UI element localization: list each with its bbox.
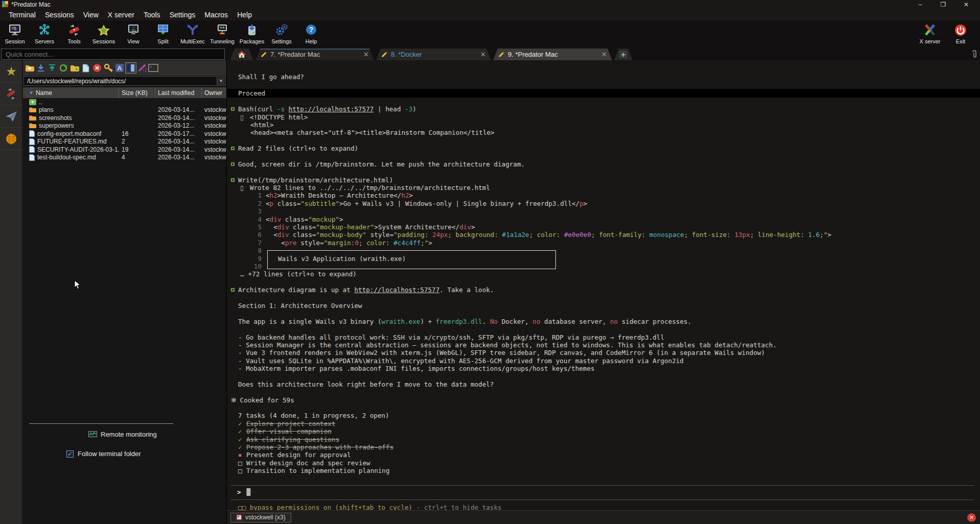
tab-home[interactable]	[230, 49, 253, 60]
status-close-button[interactable]: ✕	[967, 513, 976, 522]
panel-toggle-button[interactable]	[125, 62, 136, 74]
link-url[interactable]: http://localhost:57577	[354, 286, 439, 294]
tab-9-predator-mac-active[interactable]: 9. *Predator Mac ✕	[493, 49, 612, 60]
toolbar-multiexec-label: MultiExec	[180, 38, 205, 44]
tab-close-icon[interactable]: ✕	[363, 51, 369, 58]
folder-up-button[interactable]	[24, 62, 35, 74]
terminal-output: Shall I go ahead? Proceed Bash(curl -s h…	[227, 60, 980, 512]
toolbar-servers-button[interactable]: Servers	[30, 20, 59, 48]
prompt-input-box[interactable]: >█	[231, 485, 974, 500]
code-line: 2<p class="subtitle">Go + Wails v3 | Win…	[227, 200, 980, 207]
path-dropdown-icon[interactable]: ▾	[217, 77, 225, 85]
toolbar-tools-button[interactable]: Tools	[59, 20, 89, 48]
toolbar-sessions-label: Sessions	[92, 38, 115, 44]
toolbar-tools-label: Tools	[67, 38, 81, 44]
new-tab-button[interactable]: +	[614, 49, 633, 60]
column-header-owner[interactable]: Owner	[202, 87, 226, 98]
refresh-button[interactable]	[58, 62, 69, 74]
bullet-line: - Vue 3 frontend renders in WebView2 wit…	[227, 349, 980, 356]
toolbar-xserver-button[interactable]: X server	[915, 20, 945, 44]
toolbar-sessions-button[interactable]: Sessions	[89, 20, 119, 48]
sidebar-tab-strip: ★	[0, 60, 22, 524]
file-icon	[29, 138, 35, 145]
table-row-file[interactable]: test-buildout-spec.md 4 2026-03-14... vs…	[23, 154, 226, 162]
minimize-button[interactable]: –	[912, 0, 929, 9]
menu-view[interactable]: View	[79, 10, 103, 20]
table-row-folder[interactable]: plans 2026-03-14... vstockw	[23, 106, 226, 114]
sidebar-tab-macros[interactable]	[0, 105, 22, 128]
globe-icon	[5, 133, 17, 145]
table-row-file[interactable]: config-export.mobaconf 16 2026-03-17... …	[23, 130, 226, 138]
menu-terminal[interactable]: Terminal	[4, 10, 40, 20]
code-line: 3	[227, 207, 980, 215]
toolbar-view-button[interactable]: View	[119, 20, 148, 48]
toolbar-exit-button[interactable]: Exit	[945, 20, 976, 44]
maximize-button[interactable]: ❐	[935, 0, 952, 9]
sidebar-tab-sftp[interactable]	[0, 128, 22, 150]
table-row-file[interactable]: SECURITY-AUDIT-2026-03-1... 19 2026-03-1…	[23, 146, 226, 154]
path-bar[interactable]: /Users/vstockwell/repos/wraith/docs/ ▾	[24, 76, 226, 86]
svg-text:?: ?	[309, 26, 314, 34]
paperclip-icon[interactable]	[971, 50, 978, 60]
link-url[interactable]: http://localhost:57577	[289, 105, 374, 113]
toolbar-help-button[interactable]: ? Help	[296, 20, 326, 48]
toolbar-session-button[interactable]: Session	[0, 20, 30, 48]
toolbar-split-button[interactable]: Split	[148, 20, 178, 48]
toolbar-packages-button[interactable]: Packages	[237, 20, 267, 48]
code-line: 6 <div class="mockup-body" style="paddin…	[227, 231, 980, 239]
menu-sessions[interactable]: Sessions	[40, 10, 79, 20]
column-header-size[interactable]: Size (KB)	[119, 87, 155, 98]
follow-terminal-folder-checkbox[interactable]: ✓ Follow terminal folder	[66, 450, 141, 458]
connect-row: 7. *Predator Mac ✕ 8. *Docker ✕ 9. *Pred…	[0, 48, 980, 60]
toolbar-settings-button[interactable]: Settings	[267, 20, 296, 48]
prompt-chevron: >	[237, 488, 241, 496]
toolbar-multiexec-button[interactable]: MultiExec	[178, 20, 207, 48]
packages-icon	[244, 23, 260, 37]
toolbar-tunneling-button[interactable]: Tunneling	[207, 20, 237, 48]
tool-bullet-icon	[231, 162, 235, 166]
quick-connect-input[interactable]	[1, 49, 225, 60]
menu-help[interactable]: Help	[232, 10, 256, 20]
encoding-button[interactable]: A	[114, 62, 125, 74]
window-title: *Predator Mac	[11, 1, 51, 8]
magic-wand-button[interactable]	[136, 62, 148, 74]
terminal-button[interactable]: >	[148, 62, 159, 74]
paper-plane-icon	[5, 110, 18, 123]
upload-button[interactable]	[46, 62, 58, 74]
column-header-modified[interactable]: Last modified	[155, 87, 202, 98]
pen-icon	[261, 51, 267, 58]
delete-button[interactable]	[91, 62, 103, 74]
column-header-name[interactable]: ▼Name	[23, 87, 119, 98]
close-button[interactable]: ✕	[958, 0, 975, 9]
tab-close-icon[interactable]: ✕	[480, 51, 486, 58]
new-file-button[interactable]	[80, 62, 91, 74]
session-status-tab[interactable]: vstockwell (x3)	[230, 513, 291, 522]
read-files-line[interactable]: Read 2 files (ctrl+o to expand)	[227, 145, 980, 152]
new-folder-button[interactable]	[69, 62, 80, 74]
tab-8-docker[interactable]: 8. *Docker ✕	[376, 49, 491, 60]
menu-settings[interactable]: Settings	[165, 10, 200, 20]
sidebar-tab-tools[interactable]	[0, 83, 22, 105]
table-row-folder[interactable]: screenshots 2026-03-14... vstockw	[23, 114, 226, 122]
download-button[interactable]	[35, 62, 46, 74]
tab-close-icon[interactable]: ✕	[601, 51, 607, 58]
check-icon: ✓	[238, 427, 246, 435]
tab-label: 7. *Predator Mac	[270, 51, 360, 58]
fold-more-lines[interactable]: …+72 lines (ctrl+o to expand)	[227, 270, 980, 278]
proceed-selected-option[interactable]: Proceed	[227, 89, 980, 98]
table-row-parent-dir[interactable]: ..	[23, 98, 226, 106]
file-icon	[29, 146, 35, 153]
key-button[interactable]	[103, 62, 114, 74]
menu-xserver[interactable]: X server	[103, 10, 139, 20]
sidebar-tab-sessions[interactable]: ★	[0, 60, 22, 83]
assistant-message-line: Architecture diagram is up at http://loc…	[227, 286, 980, 294]
menu-macros[interactable]: Macros	[200, 10, 232, 20]
svg-text:>: >	[150, 65, 152, 68]
menu-tools[interactable]: Tools	[139, 10, 165, 20]
table-row-file[interactable]: FUTURE-FEATURES.md 2 2026-03-14... vstoc…	[23, 138, 226, 146]
terminal-pane[interactable]: Shall I go ahead? Proceed Bash(curl -s h…	[226, 60, 980, 524]
gear-icon	[274, 23, 289, 37]
table-row-folder[interactable]: superpowers 2026-03-12... vstockw	[23, 122, 226, 130]
tab-7-predator-mac[interactable]: 7. *Predator Mac ✕	[255, 49, 374, 60]
remote-monitoring-toggle[interactable]: Remote monitoring	[88, 431, 157, 438]
